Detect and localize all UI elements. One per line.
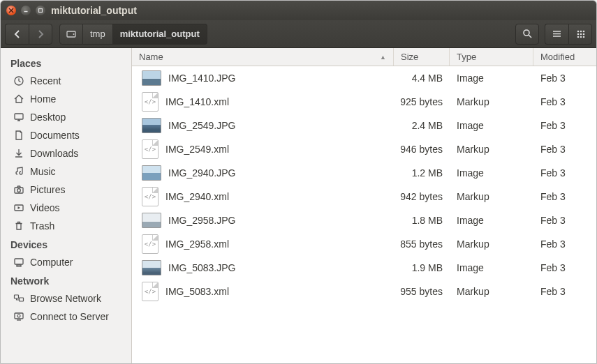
file-type: Image <box>450 215 533 226</box>
sort-indicator-icon: ▲ <box>380 54 386 61</box>
file-name-cell: </>IMG_2940.xml <box>132 187 394 206</box>
column-headers: Name ▲ Size Type Modified <box>132 48 596 66</box>
list-icon <box>552 29 562 39</box>
file-row[interactable]: </>IMG_2549.xml946 bytesMarkupFeb 3 <box>132 137 596 161</box>
sidebar-item-computer[interactable]: Computer <box>1 253 131 271</box>
file-modified: Feb 3 <box>533 73 596 84</box>
xml-file-icon: </> <box>142 187 159 206</box>
file-size: 855 bytes <box>394 238 450 250</box>
file-row[interactable]: IMG_2940.JPG1.2 MBImageFeb 3 <box>132 161 596 185</box>
column-header-modified[interactable]: Modified <box>533 48 596 66</box>
svg-point-7 <box>577 33 579 36</box>
file-modified: Feb 3 <box>533 96 596 107</box>
home-icon <box>13 93 24 105</box>
file-name: IMG_1410.JPG <box>168 73 236 84</box>
file-row[interactable]: </>IMG_5083.xml955 bytesMarkupFeb 3 <box>132 280 596 303</box>
file-name-cell: </>IMG_2958.xml <box>132 234 394 254</box>
video-icon <box>13 202 24 213</box>
file-size: 955 bytes <box>394 286 450 297</box>
file-modified: Feb 3 <box>533 191 596 202</box>
sidebar-item-downloads[interactable]: Downloads <box>1 144 131 162</box>
file-name: IMG_5083.JPG <box>168 262 236 273</box>
file-type: Markup <box>450 286 533 297</box>
sidebar-item-home[interactable]: Home <box>1 90 131 108</box>
sidebar-item-connect-to-server[interactable]: Connect to Server <box>1 308 131 326</box>
path-segment-current[interactable]: miktutorial_output <box>113 24 207 45</box>
grid-icon <box>575 29 586 39</box>
file-name: IMG_2940.xml <box>165 191 229 202</box>
sidebar-item-pictures[interactable]: Pictures <box>1 181 131 199</box>
file-size: 942 bytes <box>394 191 450 202</box>
close-button[interactable] <box>6 6 16 15</box>
path-segment-tmp[interactable]: tmp <box>83 24 113 45</box>
sidebar-item-trash[interactable]: Trash <box>1 217 131 235</box>
sidebar-item-label: Computer <box>30 255 73 269</box>
file-size: 1.2 MB <box>394 167 450 179</box>
svg-point-9 <box>582 33 584 36</box>
file-type: Markup <box>450 191 533 202</box>
nav-group <box>5 24 52 45</box>
sidebar-item-documents[interactable]: Documents <box>1 126 131 144</box>
xml-file-icon: </> <box>142 282 159 301</box>
sidebar-item-recent[interactable]: Recent <box>1 72 131 90</box>
svg-point-8 <box>580 33 582 36</box>
file-row[interactable]: </>IMG_1410.xml925 bytesMarkupFeb 3 <box>132 90 596 114</box>
forward-button[interactable] <box>29 24 52 45</box>
svg-point-4 <box>577 31 579 33</box>
file-size: 946 bytes <box>394 144 450 155</box>
file-name-cell: IMG_2940.JPG <box>132 165 394 181</box>
grid-view-button[interactable] <box>568 24 592 45</box>
svg-point-10 <box>577 36 579 38</box>
column-header-name[interactable]: Name ▲ <box>132 48 394 66</box>
sidebar-item-label: Recent <box>30 74 61 88</box>
list-view-button[interactable] <box>545 24 568 45</box>
file-name-cell: IMG_1410.JPG <box>132 70 394 86</box>
toolbar: tmp miktutorial_output <box>1 20 596 48</box>
desktop-icon <box>13 112 24 123</box>
xml-file-icon: </> <box>142 234 159 254</box>
svg-point-2 <box>73 33 75 35</box>
column-header-type[interactable]: Type <box>450 48 533 66</box>
download-icon <box>13 148 24 159</box>
file-row[interactable]: </>IMG_2958.xml855 bytesMarkupFeb 3 <box>132 232 596 256</box>
file-name: IMG_2940.JPG <box>168 167 236 179</box>
sidebar-item-browse-network[interactable]: Browse Network <box>1 289 131 308</box>
file-size: 1.8 MB <box>394 215 450 226</box>
back-button[interactable] <box>5 24 29 45</box>
chevron-right-icon <box>36 29 45 39</box>
svg-rect-0 <box>39 9 43 13</box>
sidebar-item-videos[interactable]: Videos <box>1 199 131 217</box>
file-row[interactable]: IMG_5083.JPG1.9 MBImageFeb 3 <box>132 256 596 280</box>
clock-icon <box>13 75 24 86</box>
file-type: Image <box>450 167 533 179</box>
sidebar-item-label: Browse Network <box>30 291 101 305</box>
titlebar: miktutorial_output <box>1 1 596 20</box>
column-header-size[interactable]: Size <box>394 48 450 66</box>
file-row[interactable]: </>IMG_2940.xml942 bytesMarkupFeb 3 <box>132 185 596 208</box>
file-row[interactable]: IMG_2958.JPG1.8 MBImageFeb 3 <box>132 208 596 232</box>
file-modified: Feb 3 <box>533 144 596 155</box>
file-manager-window: miktutorial_output tmp miktutorial_outpu… <box>0 0 597 364</box>
sidebar-item-desktop[interactable]: Desktop <box>1 108 131 126</box>
maximize-button[interactable] <box>36 6 45 15</box>
sidebar-item-label: Connect to Server <box>30 310 109 324</box>
svg-point-5 <box>580 31 582 33</box>
netbrowse-icon <box>13 293 24 304</box>
file-row[interactable]: IMG_1410.JPG4.4 MBImageFeb 3 <box>132 66 596 90</box>
file-name: IMG_2958.JPG <box>168 215 236 226</box>
file-name: IMG_5083.xml <box>165 286 229 297</box>
search-button[interactable] <box>515 24 539 45</box>
sidebar-item-label: Home <box>30 92 56 106</box>
file-modified: Feb 3 <box>533 167 596 179</box>
network-heading: Network <box>1 271 131 289</box>
path-root-button[interactable] <box>59 24 83 45</box>
sidebar-item-label: Pictures <box>30 183 66 197</box>
places-heading: Places <box>1 54 131 72</box>
sidebar-item-label: Downloads <box>30 146 78 160</box>
file-row[interactable]: IMG_2549.JPG2.4 MBImageFeb 3 <box>132 114 596 137</box>
sidebar: Places RecentHomeDesktopDocumentsDownloa… <box>1 48 132 363</box>
file-name: IMG_1410.xml <box>165 96 229 107</box>
minimize-button[interactable] <box>21 6 31 15</box>
sidebar-item-music[interactable]: Music <box>1 162 131 181</box>
image-thumbnail-icon <box>142 118 161 133</box>
